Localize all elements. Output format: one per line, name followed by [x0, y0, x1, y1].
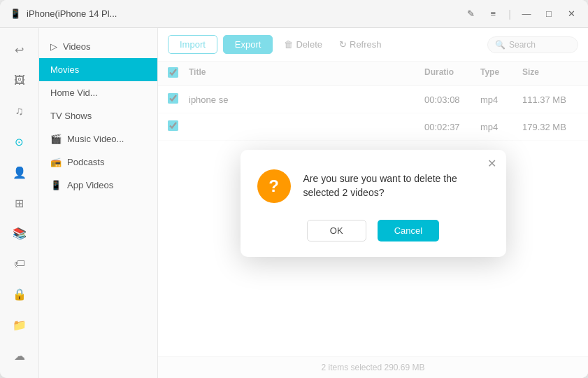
cloud-icon: ☁: [14, 349, 25, 363]
nav-label-podcasts: Podcasts: [67, 157, 104, 167]
apps-icon: ⊞: [15, 197, 24, 210]
nav-item-podcasts[interactable]: 📻 Podcasts: [39, 150, 157, 174]
sidebar-icon-video[interactable]: ⊙: [6, 128, 34, 156]
titlebar-left: 📱 iPhone(iPhone 14 Pl...: [10, 8, 117, 19]
podcasts-icon: 📻: [50, 157, 62, 167]
appvideos-icon: 📱: [50, 180, 62, 190]
folder-icon: 📁: [13, 318, 27, 332]
musicvideo-icon: 🎬: [50, 134, 62, 144]
menu-button[interactable]: ≡: [486, 7, 500, 21]
nav-label-videos: Videos: [63, 41, 91, 52]
contact-icon: 👤: [13, 166, 27, 179]
confirm-dialog: ✕ ? Are you sure you want to delete the …: [241, 150, 506, 257]
close-button[interactable]: ✕: [564, 7, 578, 21]
ok-button[interactable]: OK: [307, 220, 366, 241]
nav-item-appvideos[interactable]: 📱 App Videos: [39, 174, 157, 197]
sidebar-icon-contact[interactable]: 👤: [6, 159, 34, 187]
dialog-content: ? Are you sure you want to delete the se…: [257, 169, 489, 203]
videos-icon: ▷: [50, 41, 57, 52]
sidebar-icon-folder[interactable]: 📁: [6, 312, 34, 340]
nav-label-homevid: Home Vid...: [50, 88, 98, 98]
main-layout: ↩ 🖼 ♫ ⊙ 👤 ⊞ 📚 🏷 🔒: [0, 28, 588, 378]
minimize-button[interactable]: —: [519, 7, 533, 21]
sidebar-icon-music[interactable]: ♫: [6, 97, 34, 125]
close-icon: ✕: [487, 158, 496, 169]
dialog-buttons: OK Cancel: [257, 220, 489, 241]
sidebar-icon-photo[interactable]: 🖼: [6, 67, 34, 95]
nav-label-musicvideo: Music Video...: [67, 134, 124, 144]
nav-sidebar: ▷ Videos Movies Home Vid... TV Shows 🎬 M…: [39, 28, 158, 378]
nav-item-videos[interactable]: ▷ Videos: [39, 35, 157, 58]
back-icon: ↩: [15, 43, 24, 57]
nav-label-tvshows: TV Shows: [50, 111, 92, 121]
sidebar-icon-cloud[interactable]: ☁: [6, 342, 34, 370]
dialog-warning-icon: ?: [257, 169, 291, 203]
content-area: Import Export 🗑 Delete ↻ Refresh 🔍: [158, 28, 588, 378]
icon-sidebar: ↩ 🖼 ♫ ⊙ 👤 ⊞ 📚 🏷 🔒: [0, 28, 39, 378]
nav-item-movies[interactable]: Movies: [39, 58, 157, 81]
titlebar-right: ✎ ≡ | — □ ✕: [464, 7, 578, 21]
app-window: 📱 iPhone(iPhone 14 Pl... ✎ ≡ | — □ ✕ ↩ 🖼…: [0, 0, 588, 378]
sidebar-icon-back[interactable]: ↩: [6, 36, 34, 64]
nav-label-appvideos: App Videos: [67, 180, 113, 190]
phone-icon: 📱: [10, 8, 21, 19]
photo-icon: 🖼: [14, 74, 25, 87]
dialog-message: Are you sure you want to delete the sele…: [303, 172, 489, 200]
dialog-close-button[interactable]: ✕: [487, 157, 496, 170]
titlebar: 📱 iPhone(iPhone 14 Pl... ✎ ≡ | — □ ✕: [0, 0, 588, 28]
nav-item-musicvideo[interactable]: 🎬 Music Video...: [39, 127, 157, 150]
books-icon: 📚: [13, 227, 27, 240]
nav-item-tvshows[interactable]: TV Shows: [39, 104, 157, 127]
divider: |: [508, 9, 511, 19]
maximize-button[interactable]: □: [542, 7, 556, 21]
cancel-button[interactable]: Cancel: [378, 220, 439, 241]
lock-icon: 🔒: [13, 288, 27, 301]
edit-button[interactable]: ✎: [464, 7, 478, 21]
sidebar-icon-books[interactable]: 📚: [6, 220, 34, 248]
nav-label-movies: Movies: [50, 64, 79, 75]
music-icon: ♫: [15, 105, 24, 118]
nav-item-homevid[interactable]: Home Vid...: [39, 81, 157, 104]
sidebar-icon-lock[interactable]: 🔒: [6, 281, 34, 309]
sidebar-icon-tag[interactable]: 🏷: [6, 250, 34, 278]
tag-icon: 🏷: [14, 258, 25, 270]
sidebar-icon-apps[interactable]: ⊞: [6, 189, 34, 217]
video-icon: ⊙: [15, 136, 24, 148]
dialog-overlay: ✕ ? Are you sure you want to delete the …: [158, 28, 588, 378]
window-title: iPhone(iPhone 14 Pl...: [27, 8, 117, 19]
